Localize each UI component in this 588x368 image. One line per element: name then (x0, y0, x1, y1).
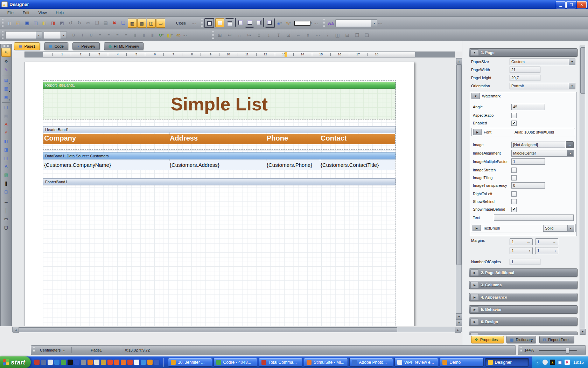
copy-button[interactable]: ❐ (93, 19, 101, 27)
expand-icon[interactable]: ▶ (473, 129, 482, 135)
clone-component[interactable]: A (2, 129, 10, 137)
border-outline-button[interactable] (265, 18, 275, 28)
italic-button[interactable]: I (78, 31, 86, 39)
page-section-header[interactable]: ▼ 1. Page (469, 48, 578, 57)
scroll-down-button[interactable]: ▼ (580, 329, 586, 335)
image-multiple-factor-input[interactable]: 1 (511, 158, 545, 165)
fill-brush-dropdown[interactable]: ◈▾ (275, 19, 284, 27)
expand-icon[interactable]: ▶ (472, 225, 481, 231)
show-grid-toggle[interactable]: ▦ (128, 19, 137, 28)
expand-icon[interactable]: ▶ (470, 270, 479, 276)
background-color-dropdown[interactable]: ◧▾ (166, 31, 174, 39)
quick-launch-icon[interactable] (154, 360, 159, 365)
quick-launch-icon[interactable] (74, 360, 79, 365)
center-vertically-button[interactable]: ⊟ (343, 31, 351, 39)
valign-center-button[interactable]: ||| (139, 31, 148, 39)
toolbar-overflow-icon[interactable]: ⌄⌄ (314, 22, 318, 25)
zoom-slider[interactable] (539, 350, 577, 351)
horizontal-line-primitive[interactable]: ─ (2, 197, 10, 206)
quick-launch-icon[interactable] (114, 360, 119, 365)
tab-preview[interactable]: ◔Preview (72, 42, 100, 50)
design-canvas[interactable]: ReportTitleBand1 Simple List HeaderBand1… (12, 58, 456, 326)
same-width-button[interactable]: ⇔ (294, 31, 302, 39)
close-button[interactable]: ✕ (577, 1, 587, 8)
font-value[interactable]: Arial; 100pt; style=Bold (514, 130, 554, 134)
angle-input[interactable]: 45 (511, 104, 545, 110)
check-box-component[interactable]: A (2, 162, 10, 170)
align-bottom-edges-button[interactable]: ↧ (274, 31, 283, 39)
task-wpf-review[interactable]: WPF review e... (394, 358, 438, 367)
header-row[interactable]: CompanyAddressPhoneContact (43, 134, 395, 144)
panel-component[interactable]: ◧ (2, 137, 10, 145)
footer-band-content[interactable] (43, 185, 396, 189)
image-alignment-select[interactable]: MiddleCenter▼ (511, 150, 574, 157)
save-report-button[interactable]: ▣ (23, 19, 31, 27)
margin-left-input[interactable]: 1← (510, 238, 533, 245)
report-tree-tab[interactable]: ⊟Report Tree (539, 336, 574, 343)
space-horizontally-button[interactable]: ⋯ (314, 31, 322, 39)
tray-icon-kaspersky[interactable]: K (565, 360, 570, 365)
bands-menu[interactable]: ▤▸ (2, 75, 10, 84)
watermark-header[interactable]: ▼ Watermark (470, 92, 576, 100)
task-codre[interactable]: Codre - 4048... (214, 358, 257, 367)
style-designer-icon[interactable]: Aa (327, 19, 335, 27)
hand-tool[interactable]: ✥ (2, 57, 10, 65)
data-band-header[interactable]: DataBand1; Data Source: Customers (43, 152, 396, 159)
align-left-edges-button[interactable]: ↤ (225, 31, 234, 39)
page-setup-button[interactable]: ◩ (58, 19, 66, 27)
font-name-select[interactable]: ▼ (5, 31, 42, 39)
center-horizontally-button[interactable]: ◫ (333, 31, 342, 39)
number-of-copies-input[interactable]: 1 (510, 259, 540, 265)
menu-view[interactable]: View (34, 9, 51, 16)
quick-launch-icon[interactable] (48, 360, 53, 365)
expand-icon[interactable]: ▶ (470, 306, 479, 313)
tray-icon-network[interactable]: ▣ (557, 360, 562, 365)
hide-tray-icons-button[interactable]: ‹ (535, 360, 540, 365)
report-title-band-header[interactable]: ReportTitleBand1 (43, 82, 396, 89)
chart-component[interactable]: ◫ (2, 154, 10, 162)
task-adobe-photoshop[interactable]: Adobe Photo... (349, 358, 393, 367)
selection-button[interactable]: ❏ (119, 19, 127, 27)
zoom-slider-thumb[interactable] (566, 348, 569, 354)
new-report-button[interactable]: ▯ (5, 19, 14, 27)
task-jennifer[interactable]: 10. Jennifer ... (168, 358, 212, 367)
section-design[interactable]: ▶ 6. Design (469, 318, 578, 326)
quick-launch-icon[interactable] (94, 360, 99, 365)
tab-code[interactable]: ▦Code (44, 42, 68, 50)
redo-button[interactable]: ↻ (75, 19, 84, 27)
undo-button[interactable]: ↺ (66, 19, 75, 27)
rectangle-primitive[interactable]: ▭ (2, 215, 10, 223)
design-area[interactable]: ReportTitleBand1 Simple List HeaderBand1… (43, 80, 396, 326)
bold-button[interactable]: B (69, 31, 78, 39)
scroll-thumb[interactable] (19, 327, 397, 332)
quick-launch-icon[interactable] (121, 360, 126, 365)
show-rulers-toggle[interactable]: ▭ (156, 19, 165, 28)
footer-band-header[interactable]: FooterBand1 (43, 178, 396, 185)
sub-report-component[interactable]: ◨ (2, 145, 10, 154)
task-total-commander[interactable]: Total Comma... (259, 358, 302, 367)
image-stretch-checkbox[interactable] (511, 168, 517, 173)
border-left-button[interactable] (235, 18, 244, 27)
data-cell-company-name[interactable]: {Customers.CompanyName} (44, 162, 111, 168)
style-select[interactable]: ▼ (335, 19, 377, 27)
toolbar-overflow-icon[interactable]: ⌄⌄ (378, 22, 382, 25)
tray-icon-messenger[interactable] (542, 360, 548, 365)
delete-page-button[interactable]: ◨ (49, 19, 57, 27)
paste-button[interactable]: ▤ (102, 19, 110, 27)
image-transparency-input[interactable]: 0 (511, 182, 545, 189)
quick-launch-icon[interactable] (68, 360, 73, 365)
new-page-button[interactable]: ◧ (40, 19, 49, 27)
report-title-band-content[interactable]: Simple List (43, 89, 396, 120)
header-cell-address[interactable]: Address (170, 134, 198, 142)
margin-right-input[interactable]: 1→ (535, 238, 558, 245)
quick-launch-icon[interactable] (54, 360, 59, 365)
expand-icon[interactable]: ▶ (470, 282, 479, 288)
align-justify-button[interactable]: ≡ (122, 31, 130, 39)
right-to-left-checkbox[interactable] (511, 191, 517, 197)
report-title-text[interactable]: Simple List (171, 94, 268, 115)
orientation-select[interactable]: Portrait▼ (510, 83, 575, 89)
expand-icon[interactable]: ▶ (470, 333, 479, 335)
quick-launch-icon[interactable] (127, 360, 133, 365)
border-none-button[interactable] (215, 18, 224, 27)
line-style-dropdown[interactable]: ▾ (293, 19, 314, 27)
